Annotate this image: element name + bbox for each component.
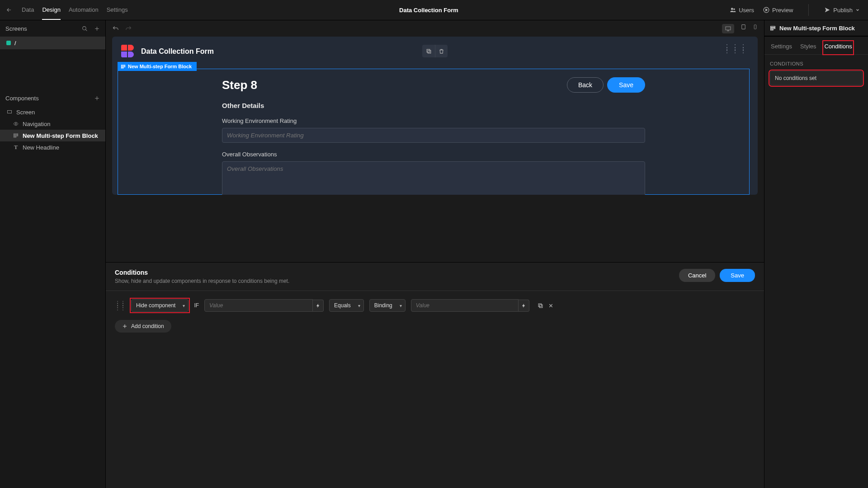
component-navigation[interactable]: Navigation [0,118,105,130]
add-screen-icon[interactable] [94,26,100,32]
save-button[interactable]: Save [607,77,645,93]
svg-rect-12 [428,50,431,53]
svg-rect-17 [539,305,542,308]
add-condition-button[interactable]: Add condition [115,320,171,333]
component-label: New Headline [23,144,59,151]
nav-data[interactable]: Data [22,0,34,20]
components-header: Components [0,90,105,106]
remove-condition-icon[interactable] [548,303,554,309]
screen-icon [6,109,13,115]
svg-rect-19 [771,26,775,27]
observations-textarea[interactable] [222,161,645,195]
save-conditions-button[interactable]: Save [720,269,755,282]
drag-handle-icon[interactable]: ⋮⋮⋮⋮⋮⋮ [723,46,748,52]
nav-design[interactable]: Design [42,0,60,20]
svg-point-1 [733,9,735,10]
svg-rect-20 [771,28,775,28]
svg-rect-9 [726,27,731,30]
screen-item-root[interactable]: / [0,37,105,49]
separator [808,4,809,16]
action-select-value: Hide component [131,299,189,312]
no-conditions-message[interactable]: No conditions set [770,71,863,85]
binding-value: Binding [369,299,406,312]
right-conditions-section: CONDITIONS No conditions set [764,55,868,92]
drag-handle-icon[interactable]: ⋮⋮⋮⋮⋮⋮ [115,302,126,309]
form-block[interactable]: Step 8 Back Save Other Details Working E… [118,69,750,195]
component-label: New Multi-step Form Block [23,132,98,139]
conditions-body: ⋮⋮⋮⋮⋮⋮ Hide component ▾ IF Equals ▾ [106,291,764,488]
top-nav: Data Design Automation Settings [18,0,128,20]
value-right-input[interactable] [411,299,519,312]
back-button[interactable] [0,7,18,13]
right-header: New Multi-step Form Block [764,20,868,37]
publish-button[interactable]: Publish [824,7,860,14]
svg-point-0 [731,8,733,10]
tab-settings[interactable]: Settings [770,41,793,54]
component-headline[interactable]: T New Headline [0,141,105,153]
screen-color-swatch [6,41,11,45]
card-tools [422,45,448,57]
publish-label: Publish [833,7,853,14]
svg-rect-4 [8,111,12,113]
preview-label: Preview [772,7,793,14]
canvas[interactable]: Data Collection Form ⋮⋮⋮⋮⋮⋮ New Multi-st… [112,37,758,195]
device-desktop-icon[interactable] [722,24,734,33]
right-sidebar: New Multi-step Form Block Settings Style… [764,20,868,488]
card-title: Data Collection Form [141,47,214,56]
users-button[interactable]: Users [730,7,754,14]
svg-point-3 [83,26,86,30]
tab-styles[interactable]: Styles [799,41,817,54]
component-label: Navigation [23,121,50,127]
top-bar: Data Design Automation Settings Data Col… [0,0,868,20]
field-label: Working Environment Rating [222,117,645,124]
plus-icon [122,324,127,329]
page-title: Data Collection Form [128,7,730,14]
form-icon [121,64,126,69]
binding-select[interactable]: Binding ▾ [369,299,406,312]
form-icon [13,133,19,138]
preview-button[interactable]: Preview [763,7,793,14]
binding-bolt-button[interactable] [519,300,529,312]
add-component-icon[interactable] [94,95,100,101]
add-condition-label: Add condition [131,323,164,329]
redo-button[interactable] [125,25,132,32]
device-mobile-icon[interactable] [753,24,758,33]
nav-settings[interactable]: Settings [107,0,128,20]
text-icon: T [13,144,19,151]
svg-rect-18 [538,304,542,307]
svg-rect-10 [742,24,745,29]
selection-label: New Multi-step Form Block [128,64,192,69]
value-left-input[interactable] [204,299,313,312]
center-column: Data Collection Form ⋮⋮⋮⋮⋮⋮ New Multi-st… [106,20,764,488]
action-select[interactable]: Hide component ▾ [131,299,189,312]
nav-automation[interactable]: Automation [69,0,99,20]
if-label: IF [194,302,199,309]
field-label: Overall Observations [222,151,645,158]
selection-badge[interactable]: New Multi-step Form Block [118,62,197,71]
search-icon[interactable] [82,26,88,32]
binding-bolt-button[interactable] [313,300,324,312]
component-label: Screen [16,109,35,116]
device-tablet-icon[interactable] [741,24,746,33]
delete-button[interactable] [435,45,448,57]
step-subtitle: Other Details [222,102,645,109]
tab-conditions[interactable]: Conditions [823,41,853,54]
conditions-panel: Conditions Show, hide and update compone… [106,262,764,488]
duplicate-condition-icon[interactable] [538,303,543,309]
cancel-button[interactable]: Cancel [679,269,715,282]
duplicate-button[interactable] [422,45,435,57]
undo-button[interactable] [112,25,119,32]
operator-select[interactable]: Equals ▾ [329,299,364,312]
back-button[interactable]: Back [567,77,604,93]
component-form-block[interactable]: New Multi-step Form Block [0,130,105,141]
svg-rect-7 [14,135,18,136]
component-screen[interactable]: Screen [0,106,105,118]
form-icon [770,25,776,31]
svg-rect-6 [14,134,18,135]
right-title: New Multi-step Form Block [779,25,855,32]
step-title: Step 8 [222,78,257,92]
rating-input[interactable] [222,128,645,143]
svg-rect-21 [771,29,773,30]
step-header: Step 8 Back Save [222,77,645,93]
conditions-desc: Show, hide and update components in resp… [115,278,289,284]
